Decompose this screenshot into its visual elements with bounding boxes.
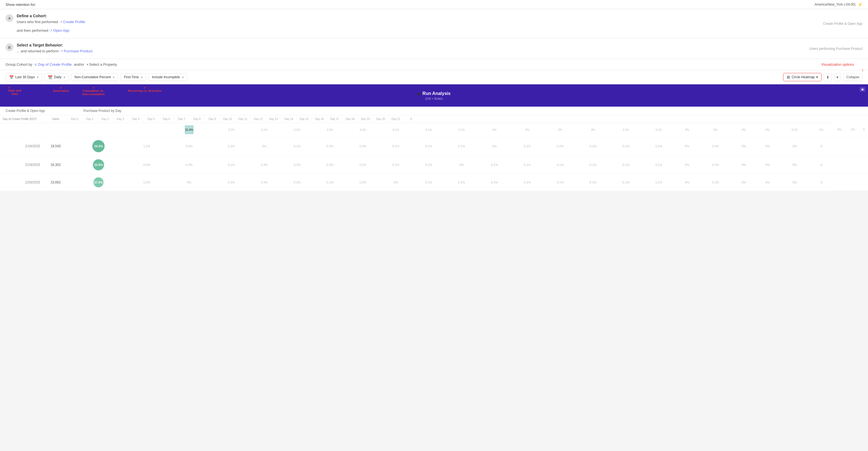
value-cell-0-2: 0.6% xyxy=(163,137,215,156)
run-analysis-container[interactable]: ▶ Run Analysis (Ctrl + Enter) xyxy=(417,91,451,100)
show-retention-label: Show retention for: xyxy=(6,2,36,7)
value-cell-2-15: 0.1% xyxy=(610,174,642,191)
create-profile-link[interactable]: Create Profile xyxy=(60,20,85,24)
value-cell-0-12: 0.1% xyxy=(511,137,544,156)
day-of-create-profile-link[interactable]: Day of Create Profile xyxy=(34,62,72,66)
top-pct-day20: 0% xyxy=(810,123,833,137)
value-cell-1-15: 0.1% xyxy=(610,156,642,174)
value-cell-1-1: 0.9% xyxy=(130,156,163,174)
cumulative-button[interactable]: Non-Cumulative Percent ▾ xyxy=(71,73,118,81)
value-cell-0-13: 0.2% xyxy=(544,137,577,156)
value-cell-1-7: 0.2% xyxy=(346,156,379,174)
section-b-title: Select a Target Behavior: xyxy=(17,43,92,47)
timezone-section: America/New_York (-04:00) ⚡ xyxy=(814,2,862,7)
day-header-9: Day 9 xyxy=(205,116,220,122)
top-pct-day15: 0% xyxy=(675,123,699,137)
more-options-button[interactable]: ▾ xyxy=(834,73,841,81)
section-a-title: Define a Cohort: xyxy=(17,13,85,18)
value-cell-0-5: 0.1% xyxy=(281,137,313,156)
top-pct-day12: 0% xyxy=(577,123,610,137)
select-property-link[interactable]: Select a Property xyxy=(87,62,117,66)
value-cell-0-7: 0.3% xyxy=(346,137,379,156)
value-cell-1-8: 0.1% xyxy=(379,156,412,174)
viz-options-container: Visualization options ↓ xyxy=(821,62,862,66)
viz-options-arrow: ↓ xyxy=(862,67,864,72)
value-cell-0-6: 0.3% xyxy=(313,137,346,156)
day-header-1: Day 1 xyxy=(82,116,97,122)
value-cell-1-2: 0.3% xyxy=(163,156,215,174)
day-header-10: Day 10 xyxy=(220,116,235,122)
table-group-headers: Create Profile & Open App Purchase Produ… xyxy=(0,107,868,115)
value-cell-2-13: 0.1% xyxy=(544,174,577,191)
value-cell-2-17: 0% xyxy=(675,174,699,191)
value-cell-2-21: 0% xyxy=(779,174,810,191)
section-b-right-label: Users performing Purchase Product xyxy=(809,47,862,51)
date-cell-0: 2/18/2025 xyxy=(0,137,44,156)
incomplete-button[interactable]: Include Incomplete ▾ xyxy=(148,73,187,81)
top-pct-day5: 0.1% xyxy=(346,123,379,137)
viz-type-button[interactable]: ⊞ Circle Heatmap ▾ xyxy=(783,73,822,81)
heatmap-icon: ⊞ xyxy=(787,75,790,79)
value-cell-0-22: 0 xyxy=(810,137,833,156)
gen-chevron-icon: ▾ xyxy=(64,76,65,79)
value-cell-2-12: 0.1% xyxy=(511,174,544,191)
generation-button[interactable]: 📆 Daily ▾ xyxy=(44,73,69,81)
day-header-16: Day 16 xyxy=(312,116,327,122)
top-pct-day9: 0% xyxy=(478,123,511,137)
table-body: 2/18/202519,54534.2%1.2%0.6%0.2%0%0.1%0.… xyxy=(0,137,868,191)
day-header-12: Day 12 xyxy=(250,116,266,122)
viz-btn-label: Circle Heatmap xyxy=(792,75,815,79)
incomplete-label: Include Incomplete xyxy=(152,75,180,79)
value-cell-0-18: 0.4% xyxy=(699,137,732,156)
first-time-button[interactable]: First-Time ▾ xyxy=(120,73,146,81)
date-time-annotation: ↙ Date and time xyxy=(8,86,21,95)
value-cell-0-9: 0.1% xyxy=(412,137,445,156)
users-cell-2: 15,662 xyxy=(44,174,67,191)
purchase-product-link[interactable]: Purchase Product xyxy=(60,49,92,53)
inc-chevron-icon: ▾ xyxy=(182,76,184,79)
users-cell-1: 16,302 xyxy=(44,156,67,174)
table-row: 2/19/202516,30232.8%0.9%0.3%0.1%0.3%0.2%… xyxy=(0,156,868,174)
value-cell-1-13: 0.1% xyxy=(544,156,577,174)
value-cell-1-12: 0.1% xyxy=(511,156,544,174)
top-pct-day22: 0% xyxy=(846,123,860,137)
value-cell-2-10: 0.1% xyxy=(445,174,478,191)
open-app-link[interactable]: Open App xyxy=(50,28,69,33)
timezone-icon[interactable]: ⚡ xyxy=(858,2,862,7)
value-cell-1-20: 0% xyxy=(755,156,779,174)
calendar-icon: 📅 xyxy=(9,75,13,79)
viz-options-label: Visualization options xyxy=(821,62,854,66)
timezone-value: America/New_York (-04:00) xyxy=(814,2,856,6)
top-pct-day1: 0.2% xyxy=(215,123,248,137)
date-range-label: Last 30 Days xyxy=(15,75,35,79)
table-row: 2/18/202519,54534.2%1.2%0.6%0.2%0%0.1%0.… xyxy=(0,137,868,156)
value-cell-1-10: 0% xyxy=(445,156,478,174)
top-percent-row: 21.4%0.2%0.1%0.1%0.1%0.1%0.1%0.1%0.1%0%0… xyxy=(0,123,868,137)
day-header-11: Day 11 xyxy=(235,116,250,122)
value-cell-0-16: 0.1% xyxy=(642,137,675,156)
date-range-button[interactable]: 📅 Last 30 Days ▾ xyxy=(6,73,42,81)
section-b: B Select a Target Behavior: ... and retu… xyxy=(0,38,868,59)
value-cell-0-20: 0% xyxy=(755,137,779,156)
top-pct-day23: 0 xyxy=(860,123,868,137)
collapse-button[interactable]: Collapse xyxy=(843,73,862,81)
value-cell-0-17: 0% xyxy=(675,137,699,156)
top-pct-day2: 0.1% xyxy=(248,123,281,137)
value-cell-0-21: 0% xyxy=(779,137,810,156)
value-cell-0-10: 0.1% xyxy=(445,137,478,156)
value-cell-2-20: 0% xyxy=(755,174,779,191)
run-icon: ▶ xyxy=(417,91,421,96)
top-pct-day10: 0% xyxy=(511,123,544,137)
day-header-4: Day 4 xyxy=(128,116,143,122)
value-cell-1-4: 0.3% xyxy=(248,156,281,174)
mini-toggle[interactable]: ▣ xyxy=(860,87,865,92)
table-row: 2/20/202515,66227.8%0.2%0%0.2%0.3%0.2%0.… xyxy=(0,174,868,191)
day-header-20: Day 20 xyxy=(373,116,388,122)
left-group-header: Create Profile & Open App xyxy=(0,107,78,115)
day-header-17: Day 17 xyxy=(327,116,342,122)
table-header-row: Day of Create Profile (EDT) Users Day 0D… xyxy=(0,115,868,123)
download-button[interactable]: ⬇ xyxy=(824,73,832,81)
section-a: A Define a Cohort: Users who first perfo… xyxy=(0,9,868,38)
day-header-14: Day 14 xyxy=(281,116,296,122)
value-cell-2-16: 0.1% xyxy=(642,174,675,191)
